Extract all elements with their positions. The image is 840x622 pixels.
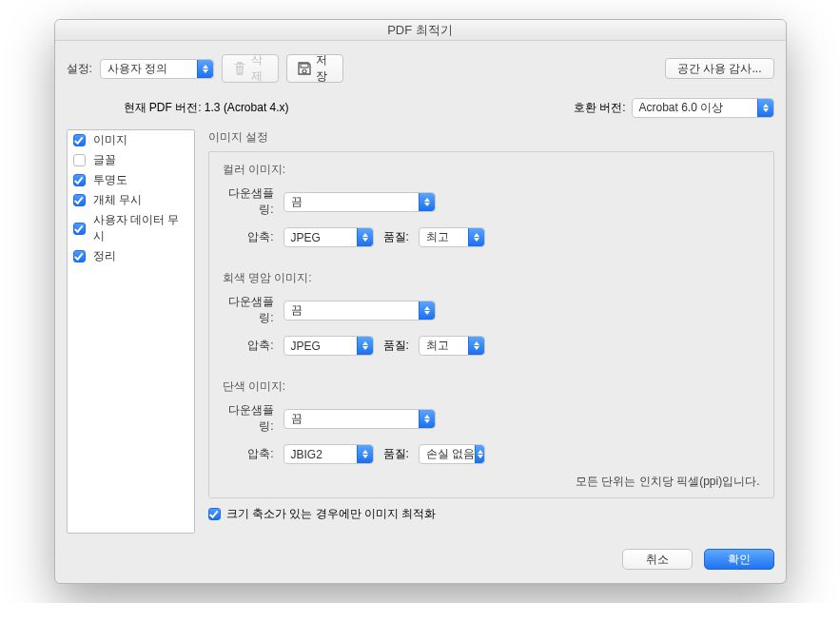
main: 이미지 글꼴 투명도 개체 무시 사용자 데이터 무시 — [67, 129, 774, 534]
sidebar-item-checkbox[interactable] — [73, 250, 86, 262]
sidebar-item-discard-userdata[interactable]: 사용자 데이터 무시 — [68, 210, 194, 246]
color-quality-select[interactable]: 최고 — [419, 227, 485, 247]
panel-title: 이미지 설정 — [208, 129, 774, 146]
sidebar-item-label: 투명도 — [93, 172, 127, 188]
chevron-updown-icon — [357, 228, 373, 246]
compress-label: 압축: — [223, 446, 274, 462]
gray-compress-row: 압축: JPEG 품질: 최고 — [223, 336, 760, 356]
sidebar-item-image[interactable]: 이미지 — [68, 130, 194, 150]
gray-downsample-select[interactable]: 끔 — [283, 301, 436, 321]
mono-downsample-row: 다운샘플링: 끔 — [223, 402, 760, 435]
sidebar-item-label: 이미지 — [93, 132, 127, 148]
save-icon — [297, 61, 312, 76]
chevron-updown-icon — [357, 445, 373, 463]
mono-downsample-select[interactable]: 끔 — [283, 409, 436, 429]
downsample-label: 다운샘플링: — [223, 294, 274, 326]
quality-label: 품질: — [383, 446, 409, 462]
gray-downsample-row: 다운샘플링: 끔 — [223, 294, 760, 326]
delete-button[interactable]: 삭제 — [222, 54, 279, 83]
svg-point-1 — [303, 69, 306, 73]
cancel-button[interactable]: 취소 — [622, 549, 693, 570]
dialog-buttons: 취소 확인 — [67, 549, 774, 570]
quality-label: 품질: — [383, 338, 409, 354]
preset-select-value: 사용자 정의 — [107, 61, 167, 77]
mono-compress-row: 압축: JBIG2 품질: 손실 없음 — [223, 444, 760, 464]
compat-label: 호환 버전: — [574, 100, 626, 116]
sidebar-item-checkbox[interactable] — [73, 134, 86, 146]
chevron-updown-icon — [475, 445, 484, 463]
sidebar-item-checkbox[interactable] — [73, 174, 86, 186]
audit-space-label: 공간 사용 감사... — [677, 61, 762, 77]
chevron-updown-icon — [468, 337, 484, 355]
optimize-only-if-smaller-row: 크기 축소가 있는 경우에만 이미지 최적화 — [208, 506, 774, 522]
image-settings-panel: 이미지 설정 컬러 이미지: 다운샘플링: 끔 압축: JPEG — [208, 129, 774, 534]
chevron-updown-icon — [419, 410, 435, 428]
audit-space-button[interactable]: 공간 사용 감사... — [665, 58, 774, 79]
pdf-optimizer-window: PDF 최적기 설정: 사용자 정의 삭제 — [54, 19, 787, 584]
color-downsample-row: 다운샘플링: 끔 — [223, 185, 760, 218]
preset-select[interactable]: 사용자 정의 — [100, 59, 214, 79]
mono-compress-select[interactable]: JBIG2 — [283, 444, 374, 464]
compress-label: 압축: — [223, 338, 274, 354]
sidebar-item-checkbox[interactable] — [73, 194, 86, 206]
chevron-updown-icon — [357, 337, 373, 355]
sidebar-item-label: 글꼴 — [93, 152, 116, 168]
gray-quality-select[interactable]: 최고 — [419, 336, 485, 356]
chevron-updown-icon — [757, 99, 773, 117]
content: 설정: 사용자 정의 삭제 — [55, 41, 786, 583]
delete-button-label: 삭제 — [251, 52, 268, 85]
version-row: 현재 PDF 버전: 1.3 (Acrobat 4.x) 호환 버전: Acro… — [67, 98, 774, 118]
sidebar-item-label: 개체 무시 — [93, 192, 142, 208]
quality-label: 품질: — [383, 229, 409, 245]
downsample-label: 다운샘플링: — [223, 185, 274, 218]
gray-compress-select[interactable]: JPEG — [283, 336, 374, 356]
svg-rect-0 — [301, 64, 308, 68]
downsample-label: 다운샘플링: — [223, 402, 274, 435]
gray-image-section-title: 회색 명암 이미지: — [223, 270, 760, 286]
chevron-updown-icon — [468, 228, 484, 246]
chevron-updown-icon — [419, 193, 435, 211]
sidebar: 이미지 글꼴 투명도 개체 무시 사용자 데이터 무시 — [67, 129, 195, 534]
current-version-label: 현재 PDF 버전: 1.3 (Acrobat 4.x) — [124, 100, 289, 116]
trash-icon — [232, 61, 247, 76]
sidebar-item-label: 사용자 데이터 무시 — [93, 212, 188, 244]
ok-button[interactable]: 확인 — [704, 549, 774, 570]
panel-body: 컬러 이미지: 다운샘플링: 끔 압축: JPEG — [208, 151, 774, 498]
settings-label: 설정: — [67, 61, 92, 77]
toolbar: 설정: 사용자 정의 삭제 — [67, 54, 774, 83]
color-image-section-title: 컬러 이미지: — [223, 162, 760, 178]
compat-select[interactable]: Acrobat 6.0 이상 — [632, 98, 774, 118]
color-compress-row: 압축: JPEG 품질: 최고 — [223, 227, 760, 247]
sidebar-item-cleanup[interactable]: 정리 — [68, 246, 194, 266]
sidebar-item-checkbox[interactable] — [73, 223, 86, 235]
ppi-note: 모든 단위는 인치당 픽셀(ppi)입니다. — [223, 474, 760, 490]
save-button[interactable]: 저장 — [286, 54, 343, 83]
save-button-label: 저장 — [316, 52, 333, 85]
mono-image-section-title: 단색 이미지: — [223, 379, 760, 395]
sidebar-item-transparency[interactable]: 투명도 — [68, 170, 194, 190]
compat-select-value: Acrobat 6.0 이상 — [639, 100, 724, 116]
color-compress-select[interactable]: JPEG — [283, 227, 374, 247]
compress-label: 압축: — [223, 229, 274, 245]
sidebar-item-label: 정리 — [93, 248, 116, 264]
sidebar-item-discard-objects[interactable]: 개체 무시 — [68, 190, 194, 210]
optimize-only-if-smaller-label: 크기 축소가 있는 경우에만 이미지 최적화 — [226, 506, 437, 522]
chevron-updown-icon — [419, 301, 435, 320]
optimize-only-if-smaller-checkbox[interactable] — [208, 508, 221, 520]
chevron-updown-icon — [197, 60, 213, 78]
window-title: PDF 최적기 — [55, 20, 786, 41]
color-downsample-select[interactable]: 끔 — [283, 192, 436, 212]
mono-quality-select[interactable]: 손실 없음 — [419, 444, 485, 464]
sidebar-item-checkbox[interactable] — [73, 154, 86, 166]
sidebar-item-fonts[interactable]: 글꼴 — [68, 150, 194, 170]
